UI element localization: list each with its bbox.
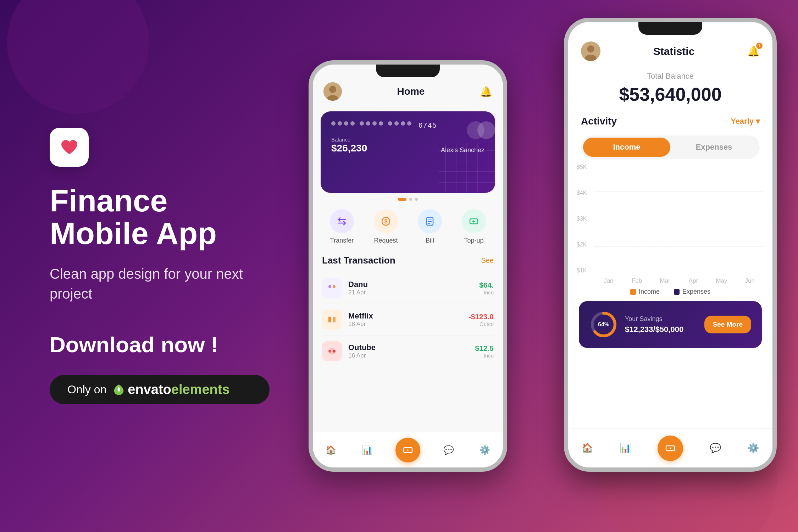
svg-point-26 [328, 350, 331, 353]
action-bill[interactable]: Bill [418, 209, 442, 244]
svg-text:$: $ [384, 218, 388, 225]
chart-x-labels: Jan Feb Mar Apr May Jun [594, 277, 764, 284]
svg-point-32 [587, 45, 594, 52]
phone-2-balance-section: Total Balance $53,640,000 [568, 68, 772, 112]
phone-2-bell-icon: 🔔1 [747, 45, 760, 57]
y-label-5k: $5K [577, 164, 587, 170]
avatar-person-icon [323, 82, 342, 101]
transaction-item-outube: Outube 16 Apr $12.5 Inco [322, 336, 494, 367]
metflix-icon [322, 310, 342, 329]
nav-chart-icon[interactable]: 📊 [359, 442, 375, 458]
phone-1-fab[interactable] [395, 438, 420, 462]
transfer-icon [330, 209, 354, 233]
y-label-1k: $1K [577, 267, 587, 274]
x-label-mar: Mar [651, 277, 679, 284]
nav-settings-icon[interactable]: ⚙️ [477, 442, 493, 458]
savings-ring-chart: 64% [589, 310, 618, 339]
see-all-link[interactable]: See [481, 256, 494, 265]
x-label-jan: Jan [594, 277, 623, 284]
svg-rect-23 [328, 317, 331, 322]
app-subtitle: Clean app design for your next project [50, 264, 270, 304]
card-indicator-1 [409, 198, 412, 201]
phone-1-transactions: Last Transaction See Danu 21 Apr $64. In… [313, 251, 503, 371]
transfer-label: Transfer [330, 237, 354, 244]
savings-amount: $12,233/$50,000 [625, 325, 697, 334]
metflix-info: Metflix 18 Apr [348, 311, 462, 328]
envato-only-text: Only on [67, 383, 106, 396]
svg-text:64%: 64% [598, 321, 609, 327]
tab-expenses[interactable]: Expenses [670, 138, 758, 157]
p2-nav-chat-icon[interactable]: 💬 [710, 443, 721, 454]
topup-icon [462, 209, 486, 233]
svg-point-27 [333, 350, 336, 353]
legend-income-dot [630, 289, 636, 295]
envato-leaf-icon [113, 384, 125, 396]
y-label-2k: $2K [577, 242, 587, 248]
phone-1-screen: Home 🔔 [313, 65, 503, 467]
legend-expenses: Expenses [674, 288, 710, 295]
p2-nav-settings-icon[interactable]: ⚙️ [748, 443, 759, 454]
left-section: Finance Mobile App Clean app design for … [28, 0, 270, 532]
phone-1: Home 🔔 [309, 60, 507, 472]
phone-2-tabs: Income Expenses [581, 135, 760, 159]
phone-2-notch [638, 22, 702, 35]
total-balance-label: Total Balance [579, 72, 762, 81]
legend-expenses-dot [674, 289, 680, 295]
danu-info: Danu 21 Apr [348, 280, 473, 296]
action-topup[interactable]: Top-up [462, 209, 486, 244]
transaction-item-danu: Danu 21 Apr $64. Inco [322, 272, 494, 304]
phone-2-activity-header: Activity Yearly ▾ [568, 112, 772, 131]
download-label: Download now ! [50, 332, 270, 357]
chart-bars [594, 164, 764, 274]
transaction-section-header: Last Transaction See [322, 255, 494, 266]
x-label-may: May [708, 277, 736, 284]
chart-legend: Income Expenses [568, 288, 772, 295]
app-icon [50, 128, 89, 167]
envato-badge[interactable]: Only on envatoelements [50, 375, 270, 404]
x-label-jun: Jun [736, 277, 764, 284]
phone-1-bell-icon: 🔔 [480, 86, 492, 98]
p2-nav-chart-icon[interactable]: 📊 [620, 443, 631, 454]
phones-container: Home 🔔 [287, 18, 777, 514]
phone-2-fab[interactable] [658, 436, 683, 461]
savings-info: Your Savings $12,233/$50,000 [625, 315, 697, 334]
svg-rect-24 [333, 317, 336, 322]
app-title: Finance Mobile App [50, 184, 270, 250]
phone-1-title: Home [397, 86, 425, 97]
phone-2-bottom-nav: 🏠 📊 💬 ⚙️ [568, 428, 772, 467]
phone-1-card[interactable]: 6745 Balance $26,230 Alexis Sanchez [321, 111, 495, 193]
phone-2-avatar [581, 41, 600, 61]
card-indicator-active [398, 198, 406, 201]
savings-card: 64% Your Savings $12,233/$50,000 See Mor… [579, 301, 762, 348]
card-balance-amount: $26,230 [331, 143, 367, 154]
card-indicators [313, 198, 503, 201]
gridline-1k [594, 274, 764, 274]
phone-2-chart: $5K $4K $3K $2K $1K [577, 164, 764, 284]
yearly-dropdown[interactable]: Yearly ▾ [731, 117, 760, 126]
outube-icon [322, 341, 342, 361]
svg-point-22 [333, 285, 336, 288]
action-transfer[interactable]: Transfer [330, 209, 354, 244]
heart-icon [60, 138, 79, 156]
y-label-4k: $4K [577, 190, 587, 196]
danu-icon [322, 278, 342, 298]
transaction-item-metflix: Metflix 18 Apr -$123.0 Outco [322, 304, 494, 336]
see-more-button[interactable]: See More [704, 316, 751, 333]
danu-amount: $64. Inco [479, 281, 494, 295]
action-request[interactable]: $ Request [374, 209, 398, 244]
svg-point-21 [328, 285, 331, 288]
p2-nav-home-icon[interactable]: 🏠 [582, 443, 593, 454]
x-label-feb: Feb [623, 277, 651, 284]
nav-chat-icon[interactable]: 💬 [441, 442, 456, 458]
phone-2: Statistic 🔔1 Total Balance $53,640,000 A… [564, 18, 777, 472]
phone-1-bottom-nav: 🏠 📊 💬 ⚙️ [313, 432, 503, 467]
request-icon: $ [374, 209, 398, 233]
x-label-apr: Apr [679, 277, 708, 284]
chevron-down-icon: ▾ [756, 117, 760, 126]
phone-1-actions: Transfer $ Request Bill [313, 206, 503, 251]
tab-income[interactable]: Income [583, 138, 670, 157]
metflix-amount: -$123.0 Outco [469, 312, 494, 327]
nav-home-icon[interactable]: 🏠 [323, 442, 339, 458]
request-label: Request [374, 237, 398, 244]
card-grid-decoration [438, 143, 495, 193]
